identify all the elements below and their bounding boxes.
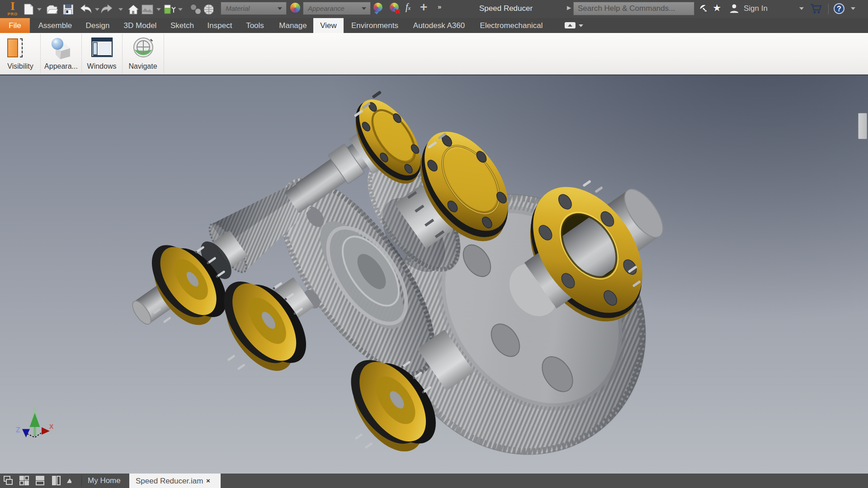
svg-text:Z: Z <box>16 426 20 434</box>
svg-text:X: X <box>49 423 54 430</box>
